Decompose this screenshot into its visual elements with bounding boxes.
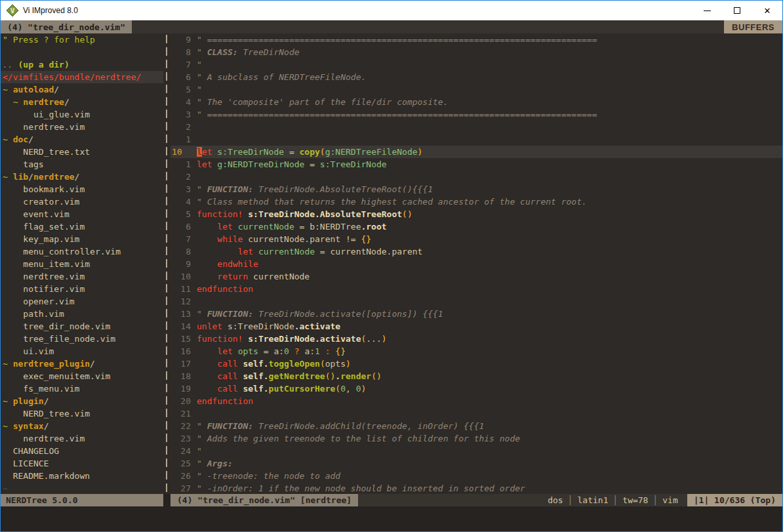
tree-item[interactable]: README.markdown bbox=[1, 470, 163, 482]
code-line[interactable]: 22" FUNCTION: TreeDirNode.addChild(treen… bbox=[171, 420, 782, 432]
code-line[interactable]: 5" bbox=[171, 83, 782, 96]
code-line[interactable]: 14unlet s:TreeDirNode.activate bbox=[171, 320, 782, 333]
tree-item[interactable]: CHANGELOG bbox=[1, 445, 163, 457]
maximize-button[interactable] bbox=[722, 1, 752, 20]
code-line[interactable]: 3" FUNCTION: TreeDirNode.AbsoluteTreeRoo… bbox=[171, 183, 782, 195]
tree-item[interactable]: NERD_tree.txt bbox=[1, 146, 163, 158]
code-line[interactable]: 9 endwhile bbox=[171, 258, 782, 270]
title-bar: V Vi IMproved 8.0 ✕ bbox=[1, 1, 782, 20]
code-line[interactable]: 20endfunction bbox=[171, 395, 782, 407]
tree-item[interactable]: tree_dir_node.vim bbox=[1, 320, 163, 333]
code-line[interactable]: 25" Args: bbox=[171, 457, 782, 470]
window-title: Vi IMproved 8.0 bbox=[23, 6, 78, 15]
code-line[interactable]: 27" -inOrder: 1 if the new node should b… bbox=[171, 482, 782, 494]
tree-item[interactable] bbox=[1, 46, 163, 58]
tree-item[interactable]: event.vim bbox=[1, 208, 163, 220]
line-number: 3 bbox=[171, 108, 191, 121]
code-line[interactable]: 4" Class method that returns the highest… bbox=[171, 195, 782, 208]
code-line[interactable]: 17 call self.toggleOpen(opts) bbox=[171, 358, 782, 370]
code-line[interactable]: 8 let currentNode = currentNode.parent bbox=[171, 245, 782, 258]
file-format: dos bbox=[548, 495, 563, 505]
minimize-button[interactable] bbox=[692, 1, 722, 20]
line-number: 27 bbox=[171, 482, 191, 494]
code-line[interactable]: 16 let opts = a:0 ? a:1 : {} bbox=[171, 345, 782, 358]
code-line[interactable]: 1let g:NERDTreeDirNode = s:TreeDirNode bbox=[171, 158, 782, 171]
tree-item[interactable]: key_map.vim bbox=[1, 233, 163, 245]
code-line[interactable]: 23" Adds the given treenode to the list … bbox=[171, 432, 782, 445]
line-number: 10 bbox=[171, 146, 191, 158]
tree-item[interactable]: nerdtree.vim bbox=[1, 121, 163, 133]
line-number: 19 bbox=[171, 382, 191, 395]
code-line[interactable]: 7 while currentNode.parent != {} bbox=[171, 233, 782, 245]
code-line[interactable]: 21 bbox=[171, 407, 782, 420]
tree-item[interactable]: ~ bbox=[1, 482, 163, 494]
code-line[interactable]: 10let s:TreeDirNode = copy(g:NERDTreeFil… bbox=[171, 146, 782, 158]
code-line[interactable]: 2 bbox=[171, 171, 782, 183]
code-line[interactable]: 8" CLASS: TreeDirNode bbox=[171, 46, 782, 58]
line-number: 12 bbox=[171, 295, 191, 308]
code-line[interactable]: 26" -treenode: the node to add bbox=[171, 470, 782, 482]
tree-item[interactable]: ~ autoload/ bbox=[1, 83, 163, 96]
tree-item[interactable]: fs_menu.vim bbox=[1, 382, 163, 395]
code-line[interactable]: 5function! s:TreeDirNode.AbsoluteTreeRoo… bbox=[171, 208, 782, 220]
tree-item[interactable]: menu_item.vim bbox=[1, 258, 163, 270]
code-line[interactable]: 12 bbox=[171, 295, 782, 308]
code-line[interactable]: 15function! s:TreeDirNode.activate(...) bbox=[171, 333, 782, 345]
code-line[interactable]: 2 bbox=[171, 121, 782, 133]
code-line[interactable]: 6 let currentNode = b:NERDTree.root bbox=[171, 220, 782, 233]
tree-item[interactable]: flag_set.vim bbox=[1, 220, 163, 233]
tree-item[interactable]: opener.vim bbox=[1, 295, 163, 308]
line-number: 11 bbox=[171, 283, 191, 295]
code-line[interactable]: 3" =====================================… bbox=[171, 108, 782, 121]
code-line[interactable]: 19 call self.putCursorHere(0, 0) bbox=[171, 382, 782, 395]
tree-item[interactable]: nerdtree.vim bbox=[1, 432, 163, 445]
code-line[interactable]: 7" bbox=[171, 58, 782, 71]
code-line[interactable]: 4" The 'composite' part of the file/dir … bbox=[171, 96, 782, 108]
code-line[interactable]: 11endfunction bbox=[171, 283, 782, 295]
tree-item[interactable]: ~ lib/nerdtree/ bbox=[1, 171, 163, 183]
tree-item[interactable]: ~ plugin/ bbox=[1, 395, 163, 407]
tree-item[interactable]: tree_file_node.vim bbox=[1, 333, 163, 345]
tab-tree-dir-node[interactable]: (4) "tree_dir_node.vim" bbox=[1, 20, 132, 33]
code-line[interactable]: 10 return currentNode bbox=[171, 270, 782, 283]
command-line[interactable] bbox=[1, 506, 782, 531]
line-number: 21 bbox=[171, 407, 191, 420]
code-line[interactable]: 18 call self.getNerdtree().render() bbox=[171, 370, 782, 382]
tree-item[interactable]: " Press ? for help bbox=[1, 33, 163, 46]
tree-item[interactable]: ~ nerdtree_plugin/ bbox=[1, 358, 163, 370]
code-line[interactable]: 13" FUNCTION: TreeDirNode.activate([opti… bbox=[171, 308, 782, 320]
code-line[interactable]: 6" A subclass of NERDTreeFileNode. bbox=[171, 71, 782, 83]
tree-item[interactable]: ~ doc/ bbox=[1, 133, 163, 146]
window-separator[interactable] bbox=[163, 33, 171, 494]
code-line[interactable]: 24" bbox=[171, 445, 782, 457]
tree-item[interactable]: LICENCE bbox=[1, 457, 163, 470]
tree-item[interactable]: nerdtree.vim bbox=[1, 270, 163, 283]
tree-item[interactable]: exec_menuitem.vim bbox=[1, 370, 163, 382]
window-controls: ✕ bbox=[692, 1, 782, 20]
code-line[interactable]: 1 bbox=[171, 133, 782, 146]
line-number: 20 bbox=[171, 395, 191, 407]
tree-item[interactable]: ~ nerdtree/ bbox=[1, 96, 163, 108]
vim-logo-icon: V bbox=[7, 5, 18, 16]
tree-item[interactable]: menu_controller.vim bbox=[1, 245, 163, 258]
line-number: 10 bbox=[171, 270, 191, 283]
line-number: 6 bbox=[171, 71, 191, 83]
tree-item[interactable]: path.vim bbox=[1, 308, 163, 320]
file-status: (4) "tree_dir_node.vim" [nerdtree] bbox=[171, 494, 358, 506]
status-bar: NERDTree 5.0.0 (4) "tree_dir_node.vim" [… bbox=[1, 494, 782, 506]
line-number: 8 bbox=[171, 245, 191, 258]
tree-root-path[interactable]: </vimfiles/bundle/nerdtree/ bbox=[1, 71, 163, 83]
line-number: 15 bbox=[171, 333, 191, 345]
tree-item[interactable]: bookmark.vim bbox=[1, 183, 163, 195]
tree-item[interactable]: ui.vim bbox=[1, 345, 163, 358]
tree-item[interactable]: notifier.vim bbox=[1, 283, 163, 295]
tree-item[interactable]: NERD_tree.vim bbox=[1, 407, 163, 420]
tree-item[interactable]: tags bbox=[1, 158, 163, 171]
main-area: " Press ? for help.. (up a dir)</vimfile… bbox=[1, 33, 782, 494]
close-button[interactable]: ✕ bbox=[752, 1, 782, 20]
code-line[interactable]: 9" =====================================… bbox=[171, 33, 782, 46]
tree-item[interactable]: ~ syntax/ bbox=[1, 420, 163, 432]
tree-item[interactable]: .. (up a dir) bbox=[1, 58, 163, 71]
tree-item[interactable]: ui_glue.vim bbox=[1, 108, 163, 121]
tree-item[interactable]: creator.vim bbox=[1, 195, 163, 208]
